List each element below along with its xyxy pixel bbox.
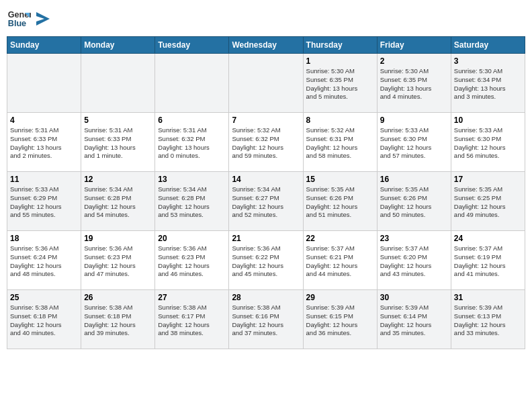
- weekday-header: Thursday: [303, 37, 377, 54]
- calendar-cell: 29Sunrise: 5:39 AM Sunset: 6:15 PM Dayli…: [303, 290, 377, 349]
- day-info: Sunrise: 5:36 AM Sunset: 6:22 PM Dayligh…: [232, 244, 300, 279]
- day-number: 29: [306, 293, 374, 302]
- day-info: Sunrise: 5:30 AM Sunset: 6:35 PM Dayligh…: [306, 67, 374, 101]
- day-number: 6: [158, 116, 226, 125]
- weekday-header: Monday: [81, 37, 155, 54]
- day-number: 17: [454, 175, 522, 184]
- day-number: 7: [232, 116, 300, 125]
- calendar-cell: 3Sunrise: 5:30 AM Sunset: 6:34 PM Daylig…: [451, 54, 525, 113]
- day-info: Sunrise: 5:37 AM Sunset: 6:21 PM Dayligh…: [306, 244, 374, 279]
- day-number: 16: [380, 175, 448, 184]
- day-number: 23: [380, 234, 448, 243]
- day-number: 10: [454, 116, 522, 125]
- day-number: 20: [158, 234, 226, 243]
- day-info: Sunrise: 5:35 AM Sunset: 6:25 PM Dayligh…: [454, 185, 522, 220]
- weekday-header: Saturday: [451, 37, 525, 54]
- day-info: Sunrise: 5:36 AM Sunset: 6:23 PM Dayligh…: [84, 244, 152, 279]
- calendar-cell: 30Sunrise: 5:39 AM Sunset: 6:14 PM Dayli…: [377, 290, 451, 349]
- weekday-header: Wednesday: [229, 37, 303, 54]
- calendar-cell: 11Sunrise: 5:33 AM Sunset: 6:29 PM Dayli…: [7, 172, 81, 231]
- calendar-cell: 18Sunrise: 5:36 AM Sunset: 6:24 PM Dayli…: [7, 231, 81, 290]
- day-info: Sunrise: 5:31 AM Sunset: 6:33 PM Dayligh…: [84, 126, 152, 161]
- calendar-cell: 19Sunrise: 5:36 AM Sunset: 6:23 PM Dayli…: [81, 231, 155, 290]
- calendar-week-row: 4Sunrise: 5:31 AM Sunset: 6:33 PM Daylig…: [7, 113, 525, 172]
- logo-icon: General Blue: [7, 7, 31, 31]
- day-number: 22: [306, 234, 374, 243]
- calendar-week-row: 1Sunrise: 5:30 AM Sunset: 6:35 PM Daylig…: [7, 54, 525, 113]
- day-number: 21: [232, 234, 300, 243]
- calendar-cell: 12Sunrise: 5:34 AM Sunset: 6:28 PM Dayli…: [81, 172, 155, 231]
- calendar-cell: 10Sunrise: 5:33 AM Sunset: 6:30 PM Dayli…: [451, 113, 525, 172]
- calendar-cell: 8Sunrise: 5:32 AM Sunset: 6:31 PM Daylig…: [303, 113, 377, 172]
- day-number: 12: [84, 175, 152, 184]
- day-info: Sunrise: 5:39 AM Sunset: 6:14 PM Dayligh…: [380, 304, 448, 338]
- day-info: Sunrise: 5:33 AM Sunset: 6:29 PM Dayligh…: [10, 185, 78, 220]
- calendar-cell: 16Sunrise: 5:35 AM Sunset: 6:26 PM Dayli…: [377, 172, 451, 231]
- day-info: Sunrise: 5:36 AM Sunset: 6:23 PM Dayligh…: [158, 244, 226, 279]
- day-info: Sunrise: 5:31 AM Sunset: 6:33 PM Dayligh…: [10, 126, 78, 161]
- day-info: Sunrise: 5:34 AM Sunset: 6:27 PM Dayligh…: [232, 185, 300, 220]
- day-info: Sunrise: 5:38 AM Sunset: 6:17 PM Dayligh…: [158, 304, 226, 338]
- day-number: 30: [380, 293, 448, 302]
- calendar-cell: 7Sunrise: 5:32 AM Sunset: 6:32 PM Daylig…: [229, 113, 303, 172]
- day-number: 8: [306, 116, 374, 125]
- day-info: Sunrise: 5:38 AM Sunset: 6:16 PM Dayligh…: [232, 304, 300, 338]
- day-number: 26: [84, 293, 152, 302]
- calendar-cell: 22Sunrise: 5:37 AM Sunset: 6:21 PM Dayli…: [303, 231, 377, 290]
- calendar-cell: 27Sunrise: 5:38 AM Sunset: 6:17 PM Dayli…: [155, 290, 229, 349]
- calendar-cell: 17Sunrise: 5:35 AM Sunset: 6:25 PM Dayli…: [451, 172, 525, 231]
- day-number: 24: [454, 234, 522, 243]
- calendar-cell: 28Sunrise: 5:38 AM Sunset: 6:16 PM Dayli…: [229, 290, 303, 349]
- calendar-cell: 5Sunrise: 5:31 AM Sunset: 6:33 PM Daylig…: [81, 113, 155, 172]
- calendar-cell: 26Sunrise: 5:38 AM Sunset: 6:18 PM Dayli…: [81, 290, 155, 349]
- calendar-week-row: 11Sunrise: 5:33 AM Sunset: 6:29 PM Dayli…: [7, 172, 525, 231]
- day-info: Sunrise: 5:33 AM Sunset: 6:30 PM Dayligh…: [454, 126, 522, 161]
- calendar-cell: 14Sunrise: 5:34 AM Sunset: 6:27 PM Dayli…: [229, 172, 303, 231]
- weekday-header: Friday: [377, 37, 451, 54]
- day-info: Sunrise: 5:35 AM Sunset: 6:26 PM Dayligh…: [306, 185, 374, 220]
- day-number: 3: [454, 56, 522, 66]
- day-info: Sunrise: 5:34 AM Sunset: 6:28 PM Dayligh…: [158, 185, 226, 220]
- day-number: 1: [306, 56, 374, 66]
- calendar-cell: 4Sunrise: 5:31 AM Sunset: 6:33 PM Daylig…: [7, 113, 81, 172]
- weekday-row: SundayMondayTuesdayWednesdayThursdayFrid…: [7, 37, 525, 54]
- day-number: 19: [84, 234, 152, 243]
- calendar-cell: 23Sunrise: 5:37 AM Sunset: 6:20 PM Dayli…: [377, 231, 451, 290]
- day-number: 13: [158, 175, 226, 184]
- day-info: Sunrise: 5:33 AM Sunset: 6:30 PM Dayligh…: [380, 126, 448, 161]
- calendar-cell: 31Sunrise: 5:39 AM Sunset: 6:13 PM Dayli…: [451, 290, 525, 349]
- calendar-cell: 6Sunrise: 5:31 AM Sunset: 6:32 PM Daylig…: [155, 113, 229, 172]
- calendar-cell: 25Sunrise: 5:38 AM Sunset: 6:18 PM Dayli…: [7, 290, 81, 349]
- day-number: 27: [158, 293, 226, 302]
- day-number: 2: [380, 56, 448, 66]
- day-info: Sunrise: 5:34 AM Sunset: 6:28 PM Dayligh…: [84, 185, 152, 220]
- day-number: 9: [380, 116, 448, 125]
- day-number: 25: [10, 293, 78, 302]
- calendar-cell: 1Sunrise: 5:30 AM Sunset: 6:35 PM Daylig…: [303, 54, 377, 113]
- calendar-week-row: 25Sunrise: 5:38 AM Sunset: 6:18 PM Dayli…: [7, 290, 525, 349]
- logo: General Blue: [7, 7, 50, 31]
- calendar-table: SundayMondayTuesdayWednesdayThursdayFrid…: [7, 36, 525, 349]
- day-info: Sunrise: 5:38 AM Sunset: 6:18 PM Dayligh…: [84, 304, 152, 338]
- svg-text:Blue: Blue: [8, 19, 26, 28]
- day-info: Sunrise: 5:39 AM Sunset: 6:13 PM Dayligh…: [454, 304, 522, 338]
- calendar-cell: 9Sunrise: 5:33 AM Sunset: 6:30 PM Daylig…: [377, 113, 451, 172]
- page-header: General Blue: [7, 7, 525, 31]
- day-info: Sunrise: 5:36 AM Sunset: 6:24 PM Dayligh…: [10, 244, 78, 279]
- day-info: Sunrise: 5:31 AM Sunset: 6:32 PM Dayligh…: [158, 126, 226, 161]
- day-number: 15: [306, 175, 374, 184]
- calendar-cell: 2Sunrise: 5:30 AM Sunset: 6:35 PM Daylig…: [377, 54, 451, 113]
- calendar-body: 1Sunrise: 5:30 AM Sunset: 6:35 PM Daylig…: [7, 54, 525, 349]
- logo-arrow-icon: [36, 12, 50, 26]
- weekday-header: Tuesday: [155, 37, 229, 54]
- day-info: Sunrise: 5:32 AM Sunset: 6:31 PM Dayligh…: [306, 126, 374, 161]
- day-number: 31: [454, 293, 522, 302]
- calendar-cell: 20Sunrise: 5:36 AM Sunset: 6:23 PM Dayli…: [155, 231, 229, 290]
- day-number: 11: [10, 175, 78, 184]
- day-info: Sunrise: 5:37 AM Sunset: 6:20 PM Dayligh…: [380, 244, 448, 279]
- day-info: Sunrise: 5:32 AM Sunset: 6:32 PM Dayligh…: [232, 126, 300, 161]
- svg-marker-4: [36, 12, 50, 26]
- calendar-week-row: 18Sunrise: 5:36 AM Sunset: 6:24 PM Dayli…: [7, 231, 525, 290]
- day-info: Sunrise: 5:39 AM Sunset: 6:15 PM Dayligh…: [306, 304, 374, 338]
- day-info: Sunrise: 5:38 AM Sunset: 6:18 PM Dayligh…: [10, 304, 78, 338]
